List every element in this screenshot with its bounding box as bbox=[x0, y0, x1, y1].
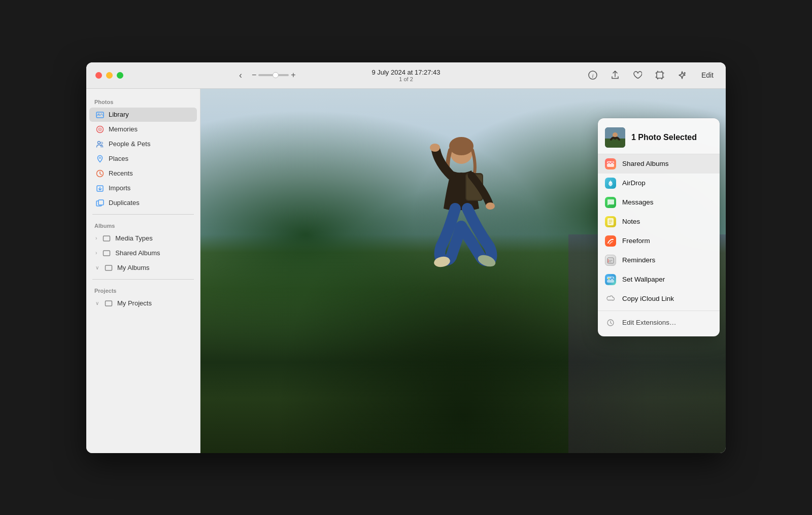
share-item-shared-albums-label: Shared Albums bbox=[622, 160, 669, 167]
svg-point-26 bbox=[477, 253, 497, 269]
svg-rect-30 bbox=[607, 161, 614, 167]
sidebar: Photos Library bbox=[86, 89, 200, 453]
sidebar-item-shared-albums-label: Shared Albums bbox=[115, 249, 160, 257]
shared-albums-chevron: › bbox=[95, 250, 97, 256]
svg-rect-22 bbox=[466, 175, 482, 200]
photos-section-label: Photos bbox=[86, 95, 200, 107]
svg-text:i: i bbox=[592, 73, 593, 79]
favorite-button[interactable] bbox=[630, 68, 645, 82]
library-icon bbox=[95, 110, 105, 119]
sidebar-item-imports-label: Imports bbox=[109, 184, 130, 192]
photo-area[interactable]: 1 Photo Selected Shared Albums bbox=[200, 89, 726, 453]
sidebar-item-places[interactable]: Places bbox=[89, 152, 197, 166]
sidebar-item-shared-albums[interactable]: › Shared Albums bbox=[89, 246, 197, 260]
share-dropdown: 1 Photo Selected Shared Albums bbox=[598, 118, 720, 336]
sidebar-item-library[interactable]: Library bbox=[89, 108, 197, 122]
sidebar-item-people-pets[interactable]: People & Pets bbox=[89, 137, 197, 151]
share-item-notes-label: Notes bbox=[622, 218, 640, 225]
share-item-reminders-label: Reminders bbox=[622, 256, 655, 264]
enhance-button[interactable] bbox=[675, 68, 689, 82]
share-thumbnail bbox=[605, 127, 625, 148]
titlebar: ‹ − + 9 July 2024 at 17:27:43 1 of 2 i bbox=[86, 62, 726, 89]
svg-rect-15 bbox=[104, 236, 110, 241]
share-item-messages-label: Messages bbox=[622, 198, 654, 206]
share-item-airdrop-label: AirDrop bbox=[622, 179, 646, 187]
svg-rect-21 bbox=[465, 173, 483, 201]
shared-albums-menu-icon bbox=[605, 158, 616, 169]
svg-point-23 bbox=[430, 144, 440, 152]
share-item-messages[interactable]: Messages bbox=[598, 193, 720, 212]
my-projects-chevron: ∨ bbox=[95, 300, 99, 306]
media-types-icon bbox=[102, 234, 111, 243]
sidebar-item-duplicates[interactable]: Duplicates bbox=[89, 196, 197, 210]
sidebar-item-recents[interactable]: Recents bbox=[89, 166, 197, 181]
projects-section-label: Projects bbox=[86, 284, 200, 296]
sidebar-item-my-projects[interactable]: ∨ My Projects bbox=[89, 296, 197, 311]
maximize-button[interactable] bbox=[117, 72, 123, 79]
icloud-menu-icon bbox=[605, 293, 616, 304]
svg-rect-18 bbox=[106, 301, 112, 306]
share-item-set-wallpaper[interactable]: Set Wallpaper bbox=[598, 270, 720, 289]
zoom-controls: − + bbox=[252, 71, 296, 80]
svg-point-9 bbox=[101, 142, 103, 144]
sidebar-item-memories[interactable]: Memories bbox=[89, 122, 197, 136]
my-projects-icon bbox=[104, 299, 113, 308]
info-button[interactable]: i bbox=[586, 68, 600, 82]
sidebar-item-my-albums[interactable]: ∨ My Albums bbox=[89, 261, 197, 275]
share-item-copy-icloud-link[interactable]: Copy iCloud Link bbox=[598, 289, 720, 308]
share-button[interactable] bbox=[608, 68, 622, 82]
titlebar-actions: i bbox=[586, 68, 718, 82]
photo-person-svg bbox=[411, 125, 512, 302]
sidebar-item-my-albums-label: My Albums bbox=[117, 264, 150, 271]
reminders-menu-icon bbox=[605, 255, 616, 266]
svg-point-20 bbox=[449, 137, 473, 155]
share-item-edit-extensions[interactable]: Edit Extensions… bbox=[598, 313, 720, 332]
svg-point-34 bbox=[608, 261, 609, 262]
crop-button[interactable] bbox=[653, 68, 667, 82]
zoom-thumb bbox=[273, 72, 279, 78]
imports-icon bbox=[95, 184, 105, 193]
my-albums-chevron: ∨ bbox=[95, 265, 99, 270]
svg-point-8 bbox=[98, 141, 100, 144]
svg-rect-14 bbox=[98, 200, 104, 205]
svg-point-24 bbox=[486, 202, 495, 210]
share-item-freeform-label: Freeform bbox=[622, 237, 650, 245]
edit-button[interactable]: Edit bbox=[697, 69, 718, 81]
messages-menu-icon bbox=[605, 197, 616, 208]
sidebar-item-duplicates-label: Duplicates bbox=[109, 199, 140, 207]
main-content: Photos Library bbox=[86, 89, 726, 453]
sidebar-divider-1 bbox=[92, 214, 194, 215]
sidebar-item-media-types[interactable]: › Media Types bbox=[89, 231, 197, 246]
airdrop-menu-icon bbox=[605, 178, 616, 189]
zoom-slider[interactable] bbox=[258, 74, 289, 76]
close-button[interactable] bbox=[95, 72, 102, 79]
svg-point-33 bbox=[608, 259, 609, 260]
share-menu-divider bbox=[598, 311, 720, 311]
svg-point-25 bbox=[433, 256, 451, 268]
svg-rect-2 bbox=[657, 72, 663, 78]
back-button[interactable]: ‹ bbox=[233, 68, 248, 82]
share-item-reminders[interactable]: Reminders bbox=[598, 251, 720, 270]
traffic-lights bbox=[86, 72, 123, 79]
share-item-airdrop[interactable]: AirDrop bbox=[598, 174, 720, 193]
share-item-set-wallpaper-label: Set Wallpaper bbox=[622, 276, 665, 283]
sidebar-item-people-pets-label: People & Pets bbox=[109, 140, 150, 148]
sidebar-item-memories-label: Memories bbox=[109, 125, 138, 133]
share-item-freeform[interactable]: Freeform bbox=[598, 231, 720, 251]
sidebar-item-media-types-label: Media Types bbox=[115, 234, 152, 242]
svg-point-19 bbox=[450, 142, 472, 164]
people-pets-icon bbox=[95, 140, 105, 149]
share-item-notes[interactable]: Notes bbox=[598, 212, 720, 231]
wallpaper-menu-icon bbox=[605, 274, 616, 285]
shared-albums-icon bbox=[102, 249, 111, 258]
sidebar-item-imports[interactable]: Imports bbox=[89, 181, 197, 195]
main-window: ‹ − + 9 July 2024 at 17:27:43 1 of 2 i bbox=[86, 62, 726, 453]
minimize-button[interactable] bbox=[106, 72, 113, 79]
svg-point-10 bbox=[99, 157, 101, 158]
sidebar-item-library-label: Library bbox=[109, 111, 129, 118]
share-item-shared-albums[interactable]: Shared Albums bbox=[598, 154, 720, 174]
share-item-edit-extensions-label: Edit Extensions… bbox=[622, 319, 676, 326]
zoom-plus-button[interactable]: + bbox=[291, 71, 295, 80]
svg-point-7 bbox=[99, 129, 100, 130]
zoom-minus-button[interactable]: − bbox=[252, 71, 256, 80]
